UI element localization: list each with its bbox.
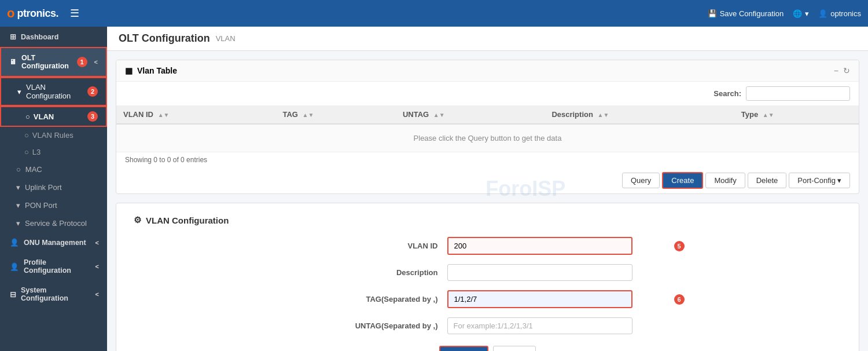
sidebar-item-system-config[interactable]: ⊟ System Configuration < [0,280,107,308]
submit-btn[interactable]: Submit [439,346,488,351]
delete-btn[interactable]: Delete [748,173,787,188]
vlan-id-input[interactable] [447,237,632,255]
badge-number-2: 2 [87,86,98,97]
user-btn[interactable]: 👤 optronics [818,9,861,18]
query-btn[interactable]: Query [622,173,660,188]
sidebar-item-vlan-rules[interactable]: ○ VLAN Rules [0,127,107,144]
sidebar-item-dashboard[interactable]: ⊞ Dashboard [0,27,107,47]
vlan-config-icon: ▾ [17,87,21,96]
vlan-rules-dot-icon: ○ [24,131,29,140]
l3-dot-icon: ○ [24,148,29,156]
vlan-id-label: VLAN ID [343,242,447,250]
badge-5: 5 [674,241,685,251]
sidebar-item-vlan[interactable]: ○ VLAN 3 [0,106,107,127]
username-label: optronics [830,9,861,18]
vlan-config-section: ⚙ VLAN Configuration VLAN ID 5 Descripti… [116,203,859,351]
tag-input[interactable] [447,290,632,308]
pon-icon: ▾ [16,201,20,210]
sidebar-item-label: MAC [25,165,42,174]
save-config-btn[interactable]: 💾 Save Configuration [708,9,784,18]
col-untag: UNTAG ▲▼ [396,105,545,124]
form-row-description: Description [134,264,841,281]
sidebar-item-label: VLAN [34,112,54,121]
user-icon: 👤 [818,9,827,18]
cancel-btn[interactable]: Cancel [493,346,536,351]
search-input[interactable] [746,86,850,101]
service-icon: ▾ [16,219,20,228]
olt-config-icon: 🖥 [9,58,17,66]
page-subtitle: VLAN [216,34,236,43]
form-row-untag: UNTAG(Separated by ,) [134,317,841,334]
badge-number-1: 1 [77,57,87,67]
vlan-config-form-label: VLAN Configuration [146,215,229,225]
sidebar-item-label: Dashboard [21,33,58,41]
action-bar: Query Create Modify Delete Port-Config ▾ [116,167,859,193]
sidebar-item-label: ONU Management [24,239,86,247]
uplink-icon: ▾ [16,183,20,192]
port-config-btn[interactable]: Port-Config ▾ [789,173,850,188]
modify-btn[interactable]: Modify [705,173,745,188]
hamburger-icon[interactable]: ☰ [70,7,79,20]
logo-text: ptronics. [17,8,58,20]
sidebar-item-label: L3 [32,148,41,156]
badge-1: 1 [77,57,87,67]
search-bar: Search: [116,82,859,105]
navbar-right: 💾 Save Configuration 🌐 ▾ 👤 optronics [708,9,861,18]
form-section-title: ⚙ VLAN Configuration [134,215,841,225]
sidebar-item-olt-config[interactable]: 🖥 OLT Configuration 1 < [0,47,107,77]
sidebar-item-onu-management[interactable]: 👤 ONU Management < [0,232,107,253]
card-title: Vlan Table [137,66,177,75]
sidebar-item-service-protocol[interactable]: ▾ Service & Protocol [0,214,107,232]
showing-info: Showing 0 to 0 of 0 entries [116,152,859,167]
sidebar-item-profile-config[interactable]: 👤 Profile Configuration < [0,253,107,280]
sidebar-item-label: Uplink Port [25,183,62,192]
globe-icon: 🌐 [793,9,802,18]
table-container: VLAN ID ▲▼ TAG ▲▼ UNTAG ▲▼ Description ▲… [116,105,859,152]
sidebar-item-pon-port[interactable]: ▾ PON Port [0,196,107,214]
table-icon: ▦ [125,66,133,75]
empty-message: Please click the Query button to get the… [116,124,859,152]
sidebar-item-label: Service & Protocol [25,219,87,228]
col-description: Description ▲▼ [545,105,734,124]
badge-number-3: 3 [87,111,98,122]
sidebar-item-vlan-config[interactable]: ▾ VLAN Configuration 2 [0,77,107,106]
layout: ⊞ Dashboard 🖥 OLT Configuration 1 < ▾ VL… [0,27,868,351]
minimize-icon[interactable]: − [834,66,838,75]
save-icon: 💾 [708,9,717,18]
save-config-label: Save Configuration [720,9,784,18]
description-label: Description [343,268,447,277]
vlan-dot-icon: ○ [25,112,30,121]
onu-icon: 👤 [10,238,19,247]
form-row-tag: TAG(Separated by ,) 6 [134,290,841,308]
sidebar-item-label: OLT Configuration [21,54,72,70]
col-type: Type ▲▼ [734,105,859,124]
page-title: OLT Configuration [119,32,210,45]
logo: o ptronics. [7,6,58,21]
create-btn[interactable]: Create [662,172,703,189]
onu-chevron-icon: < [95,239,99,246]
badge-2: 2 [87,86,98,97]
sidebar-item-label: PON Port [25,201,57,210]
sidebar-item-uplink-port[interactable]: ▾ Uplink Port [0,178,107,196]
sidebar-item-l3[interactable]: ○ L3 [0,144,107,160]
col-tag: TAG ▲▼ [275,105,395,124]
untag-input[interactable] [447,317,632,334]
navbar: o ptronics. ☰ 💾 Save Configuration 🌐 ▾ 👤… [0,0,868,27]
description-input[interactable] [447,264,632,281]
form-row-vlan-id: VLAN ID 5 [134,237,841,255]
tag-label: TAG(Separated by ,) [343,295,447,304]
system-chevron-icon: < [95,291,99,298]
profile-chevron-icon: < [95,263,99,270]
sidebar-item-label: System Configuration [21,286,91,302]
refresh-icon[interactable]: ↻ [843,66,850,75]
sidebar-item-label: VLAN Configuration [26,83,83,100]
sidebar-item-mac[interactable]: ○ MAC [0,160,107,178]
main-content: OLT Configuration VLAN ▦ Vlan Table − ↻ … [107,27,868,351]
sidebar-item-label: Profile Configuration [24,258,91,275]
chevron-icon: < [94,58,98,65]
untag-label: UNTAG(Separated by ,) [343,321,447,330]
form-buttons: Submit Cancel [134,346,841,351]
language-btn[interactable]: 🌐 ▾ [793,9,809,18]
vlan-table: VLAN ID ▲▼ TAG ▲▼ UNTAG ▲▼ Description ▲… [116,105,859,152]
badge-6: 6 [674,294,685,305]
